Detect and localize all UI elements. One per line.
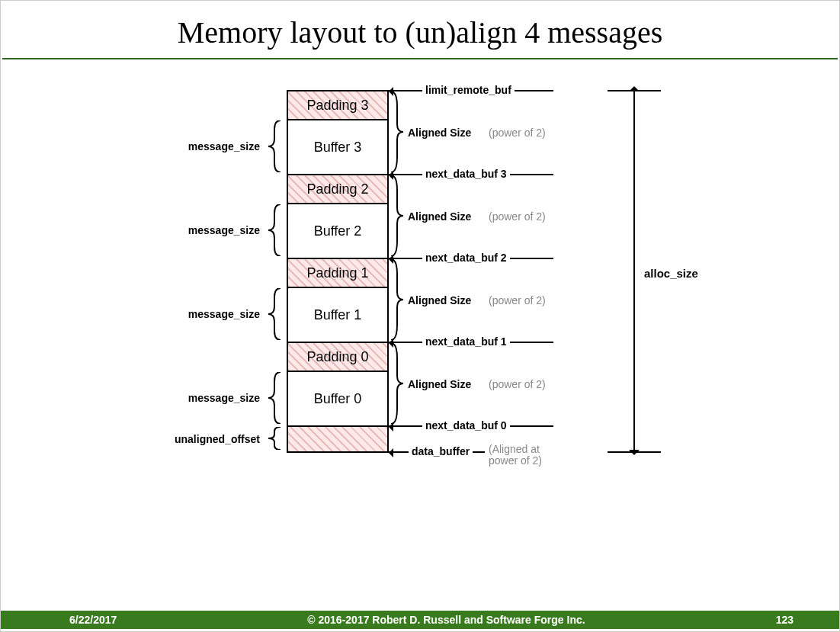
note-pow-1: (power of 2): [489, 294, 546, 306]
brace-msg-3: [268, 120, 282, 172]
slide: Memory layout to (un)align 4 messages li…: [0, 0, 840, 632]
label-msg-0: message_size: [188, 392, 260, 404]
padding-0: Padding 0: [288, 343, 387, 372]
padding-3: Padding 3: [288, 91, 387, 120]
label-msg-2: message_size: [188, 224, 260, 236]
ptr-next-1: next_data_buf 1: [386, 342, 553, 343]
label-msg-1: message_size: [188, 308, 260, 320]
padding-1: Padding 1: [288, 259, 387, 288]
label-unaligned: unaligned_offset: [175, 433, 260, 445]
memory-column: Padding 3 Buffer 3 Padding 2 Buffer 2 Pa…: [287, 90, 389, 453]
footer-copyright: © 2016-2017 Robert D. Russell and Softwa…: [117, 614, 775, 626]
brace-aligned-2: [390, 175, 403, 256]
note-pow-2: (power of 2): [489, 210, 546, 223]
ptr-limit-remote-buf: limit_remote_buf: [386, 90, 553, 91]
ptr-label: next_data_buf 0: [422, 419, 510, 431]
buffer-1: Buffer 1: [288, 288, 387, 343]
ptr-next-0: next_data_buf 0: [386, 425, 553, 427]
buffer-0: Buffer 0: [288, 372, 387, 427]
brace-msg-1: [268, 288, 282, 340]
brace-unaligned: [268, 427, 282, 450]
alloc-arrow: [633, 91, 635, 450]
label-aligned-2: Aligned Size: [408, 210, 471, 223]
note-pow-0: (power of 2): [489, 378, 546, 390]
footer-date: 6/22/2017: [1, 614, 117, 626]
ptr-next-3: next_data_buf 3: [386, 174, 553, 175]
memory-diagram: limit_remote_buf Padding 3 Buffer 3 Padd…: [1, 73, 839, 607]
label-aligned-1: Aligned Size: [408, 294, 471, 306]
ptr-label: next_data_buf 2: [422, 252, 510, 264]
note-pow-3: (power of 2): [489, 127, 546, 139]
slide-footer: 6/22/2017 © 2016-2017 Robert D. Russell …: [1, 611, 839, 629]
footer-page: 123: [776, 614, 839, 626]
note-aligned-at: (Aligned at power of 2): [489, 444, 542, 467]
buffer-3: Buffer 3: [288, 120, 387, 175]
title-rule: [2, 58, 838, 59]
ptr-next-2: next_data_buf 2: [386, 258, 553, 259]
label-alloc: alloc_size: [643, 265, 700, 281]
ptr-label: next_data_buf 1: [422, 335, 510, 348]
label-aligned-0: Aligned Size: [408, 378, 471, 390]
label-aligned-3: Aligned Size: [408, 127, 471, 139]
note-line: power of 2): [489, 454, 542, 467]
brace-aligned-0: [390, 343, 403, 424]
ptr-label: next_data_buf 3: [422, 168, 510, 180]
label-msg-3: message_size: [188, 140, 260, 152]
slide-title: Memory layout to (un)align 4 messages: [1, 1, 839, 58]
padding-2: Padding 2: [288, 175, 387, 204]
brace-msg-0: [268, 372, 282, 424]
brace-msg-2: [268, 204, 282, 256]
brace-aligned-3: [390, 91, 403, 172]
note-line: (Aligned at: [489, 443, 540, 455]
buffer-2: Buffer 2: [288, 204, 387, 259]
ptr-data-buffer: data_buffer: [386, 451, 485, 453]
brace-aligned-1: [390, 259, 403, 340]
ptr-label: data_buffer: [409, 445, 473, 457]
unaligned-offset-block: [288, 427, 387, 453]
ptr-label: limit_remote_buf: [422, 84, 515, 96]
